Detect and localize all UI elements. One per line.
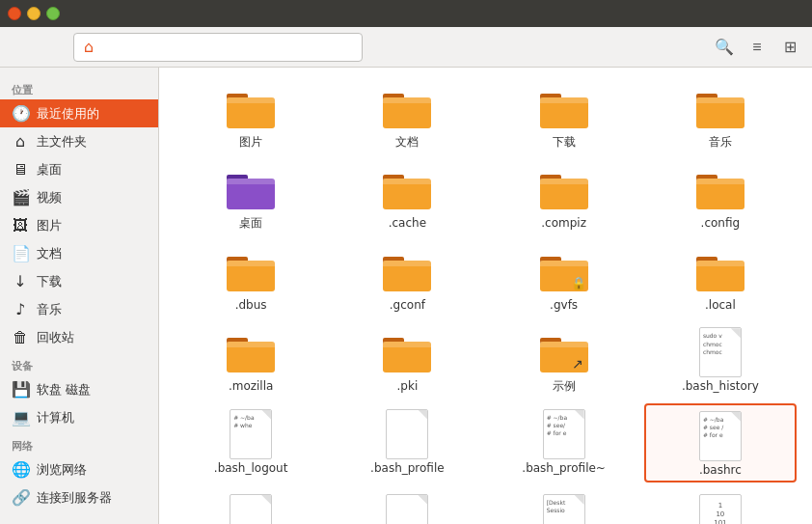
file-item-icon <box>226 496 276 524</box>
sidebar-item[interactable]: 🖼图片 <box>0 211 158 239</box>
maximize-button[interactable] <box>46 7 60 20</box>
sidebar-item-icon: 🕐 <box>12 104 29 123</box>
close-button[interactable] <box>8 7 21 20</box>
sidebar-item-label: 主文件夹 <box>37 133 87 151</box>
file-item[interactable]: .config <box>644 158 797 234</box>
sidebar-item[interactable]: ⌂主文件夹 <box>0 127 158 155</box>
file-item[interactable]: .gconf <box>331 240 483 316</box>
file-item[interactable]: 音乐 <box>644 77 797 152</box>
num-file-icon: 1101011010 <box>699 494 742 524</box>
file-item-label: .pki <box>397 379 419 393</box>
sidebar-item[interactable]: ↓下载 <box>0 267 158 295</box>
sidebar-item-label: 下载 <box>37 273 62 290</box>
file-item[interactable]: .bashrc~ <box>175 488 327 524</box>
sidebar-section-label: 位置 <box>0 75 158 99</box>
file-item-label: 图片 <box>239 135 262 149</box>
file-item-label: 下载 <box>553 135 576 149</box>
file-item-icon <box>382 496 432 524</box>
file-item-icon <box>382 85 432 131</box>
svg-rect-26 <box>227 261 275 266</box>
file-item[interactable]: 下载 <box>488 77 640 152</box>
svg-rect-14 <box>227 179 275 184</box>
file-item[interactable]: .compiz <box>488 158 640 234</box>
svg-rect-5 <box>383 97 431 103</box>
file-item[interactable]: ↗ 示例 <box>488 321 640 397</box>
file-item[interactable]: .bashrc~~ <box>331 488 483 524</box>
file-item-icon <box>226 166 276 212</box>
file-item-icon <box>695 248 745 294</box>
sidebar-item[interactable]: 🌐浏览网络 <box>0 455 158 483</box>
file-item-label: 音乐 <box>709 135 732 149</box>
sidebar-item-icon: ↓ <box>12 272 29 290</box>
search-button[interactable]: 🔍 <box>710 33 739 62</box>
file-item[interactable]: 文档 <box>331 77 483 152</box>
file-item-label: .bash_logout <box>214 461 288 475</box>
sidebar-section-label: 网络 <box>0 431 158 455</box>
toolbar-right: 🔍 ≡ ⊞ <box>710 33 804 62</box>
sidebar-item-icon: 💻 <box>12 408 29 427</box>
file-item[interactable]: .mozilla <box>175 321 327 397</box>
svg-rect-11 <box>696 97 744 103</box>
sidebar-item[interactable]: 📄文档 <box>0 239 158 267</box>
svg-rect-8 <box>540 97 588 103</box>
forward-button[interactable] <box>41 33 69 62</box>
sidebar-item[interactable]: 🔗连接到服务器 <box>0 483 158 511</box>
sidebar-item[interactable]: 🖥桌面 <box>0 155 158 183</box>
file-item-icon <box>226 248 276 294</box>
grid-button[interactable]: ⊞ <box>775 33 804 62</box>
file-item-label: .bash_profile~ <box>522 461 606 475</box>
sidebar-item-icon: ♪ <box>12 300 29 318</box>
file-item[interactable]: 1101011010.ICEauthority <box>644 488 797 524</box>
sidebar-item[interactable]: ♪音乐 <box>0 295 158 323</box>
sidebar-item-label: 回收站 <box>37 329 74 346</box>
text-file-icon <box>386 409 428 459</box>
menu-button[interactable]: ≡ <box>743 33 771 62</box>
file-item-icon: sudo vchmocchmoc <box>695 329 745 375</box>
file-item-icon <box>226 329 276 375</box>
file-item[interactable]: 图片 <box>175 77 327 152</box>
file-item-icon: # ~/ba# see /# for e <box>695 413 745 459</box>
svg-rect-17 <box>383 179 431 184</box>
file-item-label: .dbus <box>235 298 267 312</box>
file-item[interactable]: .local <box>644 240 797 316</box>
file-item[interactable]: .pki <box>331 321 483 397</box>
home-icon: ⌂ <box>84 38 94 56</box>
file-item-icon: # ~/ba# see/# for e <box>539 411 589 457</box>
file-item[interactable]: # ~/ba# whe.bash_logout <box>175 403 327 483</box>
file-item[interactable]: # ~/ba# see/# for e.bash_profile~ <box>488 403 640 483</box>
file-item[interactable]: .dbus <box>175 240 327 316</box>
breadcrumb[interactable]: ⌂ <box>73 33 363 62</box>
file-item[interactable]: sudo vchmocchmoc.bash_history <box>644 321 797 397</box>
file-item-icon <box>539 166 589 212</box>
file-item-label: .gconf <box>390 298 425 312</box>
file-item[interactable]: 🔒 .gvfs <box>488 240 640 316</box>
file-item-icon <box>695 166 745 212</box>
svg-rect-23 <box>696 179 744 184</box>
sidebar: 位置🕐最近使用的⌂主文件夹🖥桌面🎬视频🖼图片📄文档↓下载♪音乐🗑回收站设备💾软盘… <box>0 68 159 524</box>
file-item-icon: # ~/ba# whe <box>226 411 276 457</box>
sidebar-item[interactable]: 💻计算机 <box>0 403 158 431</box>
svg-rect-29 <box>383 261 431 266</box>
svg-rect-45 <box>540 342 588 347</box>
file-item[interactable]: # ~/ba# see /# for e.bashrc <box>644 403 797 483</box>
file-item[interactable]: 桌面 <box>175 158 327 234</box>
file-grid: 图片 文档 下载 音乐 <box>175 77 797 524</box>
sidebar-item[interactable]: 🎬视频 <box>0 183 158 211</box>
sidebar-item[interactable]: 🗑回收站 <box>0 323 158 351</box>
text-file-icon: # ~/ba# see /# for e <box>699 411 742 461</box>
file-item-icon <box>382 329 432 375</box>
file-area[interactable]: 图片 文档 下载 音乐 <box>159 68 812 524</box>
file-item[interactable]: [DesktSessio.dmrc <box>488 488 640 524</box>
sidebar-item-icon: 🗑 <box>12 328 29 346</box>
file-item-icon <box>539 85 589 131</box>
file-item-label: 示例 <box>553 379 576 393</box>
sidebar-item-label: 桌面 <box>37 161 62 179</box>
file-item-label: .bash_history <box>682 379 759 393</box>
file-item[interactable]: .cache <box>331 158 483 234</box>
main-content: 位置🕐最近使用的⌂主文件夹🖥桌面🎬视频🖼图片📄文档↓下载♪音乐🗑回收站设备💾软盘… <box>0 68 812 524</box>
minimize-button[interactable] <box>27 7 41 20</box>
file-item[interactable]: .bash_profile <box>331 403 483 483</box>
back-button[interactable] <box>8 33 37 62</box>
sidebar-item[interactable]: 🕐最近使用的 <box>0 99 158 127</box>
sidebar-item[interactable]: 💾软盘 磁盘 <box>0 375 158 403</box>
